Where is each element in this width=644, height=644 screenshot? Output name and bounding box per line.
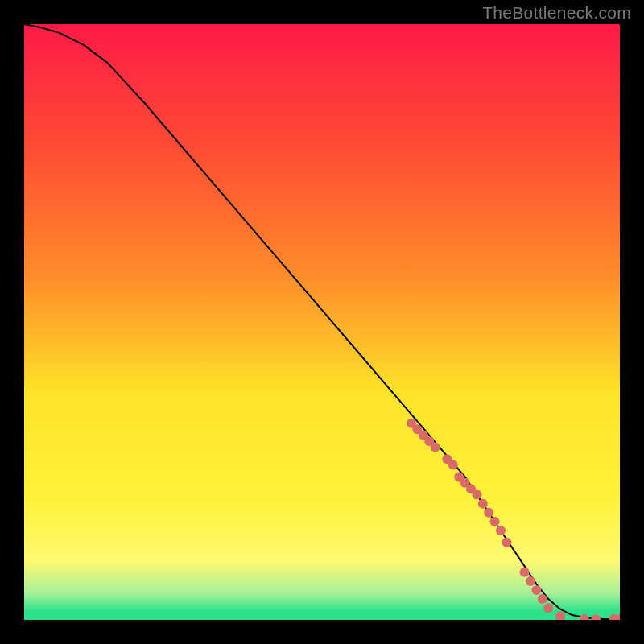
chart-container: TheBottleneck.com: [0, 0, 644, 644]
marker-point: [496, 526, 506, 535]
marker-point: [520, 568, 530, 577]
marker-point: [502, 538, 511, 547]
marker-point: [448, 460, 458, 470]
marker-point: [472, 490, 481, 500]
marker-point: [526, 576, 535, 586]
marker-point: [538, 594, 547, 604]
marker-point: [431, 442, 440, 452]
marker-point: [531, 585, 541, 595]
marker-point: [478, 499, 488, 509]
marker-point: [543, 603, 553, 613]
gradient-background: [24, 24, 620, 620]
marker-point: [490, 517, 500, 526]
watermark-text: TheBottleneck.com: [482, 3, 631, 23]
marker-point: [484, 508, 493, 518]
chart-svg: [24, 24, 620, 620]
plot-area: [24, 24, 620, 620]
